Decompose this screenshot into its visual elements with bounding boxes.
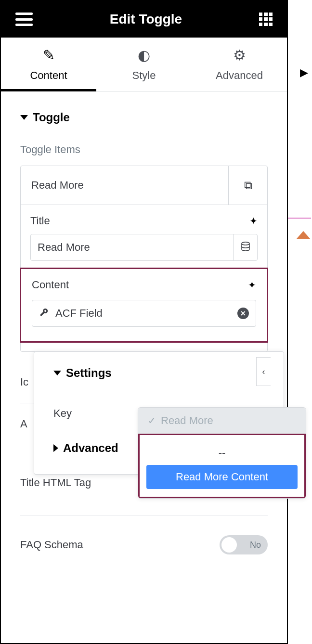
- tab-bar: ✎ Content ◐ Style ⚙ Advanced: [1, 38, 287, 91]
- content-dynamic-value: ACF Field: [55, 307, 231, 320]
- faq-schema-row: FAQ Schema No: [20, 521, 268, 569]
- settings-header[interactable]: Settings: [53, 366, 264, 380]
- gear-icon: ⚙: [233, 47, 246, 64]
- chevron-left-icon: ‹: [262, 367, 265, 377]
- dropdown-highlight: -- Read More Content: [138, 434, 306, 498]
- toggle-item: Read More ⧉ Title ✦: [20, 166, 268, 352]
- tab-style[interactable]: ◐ Style: [96, 38, 192, 91]
- preview-arrow-icon[interactable]: ▶: [300, 66, 308, 79]
- sparkle-icon[interactable]: ✦: [249, 215, 258, 227]
- database-icon: [241, 242, 250, 254]
- panel-title: Edit Toggle: [110, 12, 182, 27]
- dynamic-tags-button[interactable]: [233, 234, 257, 260]
- settings-title: Settings: [66, 366, 112, 380]
- advanced-title: Advanced: [63, 441, 118, 455]
- tab-content-label: Content: [30, 69, 67, 82]
- caret-right-icon: [53, 444, 58, 452]
- dropdown-selected-label: Read More Content: [176, 471, 268, 483]
- faq-schema-toggle[interactable]: No: [220, 535, 268, 554]
- section-marker: [288, 218, 311, 219]
- duplicate-button[interactable]: ⧉: [229, 166, 267, 205]
- toggle-value: No: [250, 540, 261, 550]
- dropdown-item-group: ✓ Read More: [138, 408, 306, 434]
- panel-header: Edit Toggle: [1, 1, 287, 38]
- copy-icon: ⧉: [244, 179, 252, 192]
- wrench-icon: [39, 308, 49, 320]
- apps-grid-icon[interactable]: [259, 13, 273, 26]
- tab-content[interactable]: ✎ Content: [1, 38, 96, 91]
- tab-style-label: Style: [132, 69, 156, 82]
- svg-point-0: [242, 242, 249, 245]
- section-toggle-header[interactable]: Toggle: [20, 111, 268, 124]
- sparkle-icon[interactable]: ✦: [248, 279, 256, 291]
- icon-label: Ic: [20, 376, 28, 388]
- toggle-knob: [221, 537, 237, 553]
- caret-down-icon: [53, 371, 61, 375]
- toggle-items-label: Toggle Items: [20, 143, 268, 156]
- toggle-item-title: Read More: [21, 166, 229, 205]
- tab-advanced[interactable]: ⚙ Advanced: [192, 38, 287, 91]
- caret-down-icon: [20, 115, 28, 120]
- active-label: A: [20, 418, 27, 430]
- tab-advanced-label: Advanced: [216, 69, 263, 82]
- title-input[interactable]: [31, 234, 233, 260]
- dropdown-group-label: Read More: [161, 414, 213, 427]
- dropdown-item-selected[interactable]: Read More Content: [146, 465, 298, 489]
- faq-schema-label: FAQ Schema: [20, 539, 83, 551]
- contrast-icon: ◐: [138, 47, 150, 64]
- content-field-highlight: Content ✦ ACF Field ✕: [20, 268, 268, 343]
- check-icon: ✓: [148, 415, 156, 426]
- title-input-wrapper: [30, 234, 258, 261]
- dropdown-separator: --: [146, 441, 298, 465]
- content-field-label: Content: [32, 279, 69, 291]
- title-tag-label: Title HTML Tag: [20, 477, 91, 489]
- section-toggle-title: Toggle: [33, 111, 70, 124]
- collapse-panel-handle[interactable]: ‹: [256, 357, 271, 386]
- key-label: Key: [53, 407, 72, 420]
- title-field-label: Title: [30, 215, 50, 227]
- hamburger-icon[interactable]: [15, 13, 33, 26]
- key-dropdown: ✓ Read More -- Read More Content: [138, 407, 306, 499]
- clear-icon[interactable]: ✕: [237, 308, 249, 319]
- toggle-item-header[interactable]: Read More ⧉: [21, 166, 267, 205]
- pencil-icon: ✎: [43, 47, 55, 64]
- element-handle-icon[interactable]: [297, 231, 310, 239]
- content-dynamic-input[interactable]: ACF Field ✕: [32, 300, 256, 327]
